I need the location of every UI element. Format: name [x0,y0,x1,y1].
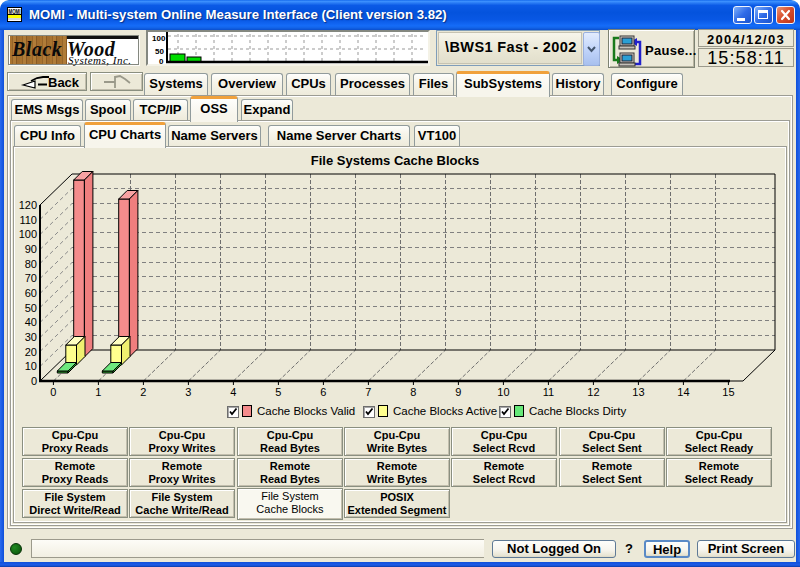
svg-text:100: 100 [152,34,166,43]
svg-text:50: 50 [25,302,37,314]
svg-text:10: 10 [25,360,37,372]
svg-text:8: 8 [410,386,416,398]
svg-text:2: 2 [140,386,146,398]
svg-text:0: 0 [50,386,56,398]
svg-text:0: 0 [159,57,164,66]
svg-text:4: 4 [230,386,236,398]
svg-text:1: 1 [95,386,101,398]
svg-text:3: 3 [185,386,191,398]
svg-text:6: 6 [320,386,326,398]
svg-text:14: 14 [677,386,689,398]
svg-text:60: 60 [25,287,37,299]
svg-text:30: 30 [25,331,37,343]
svg-text:40: 40 [25,316,37,328]
svg-text:10: 10 [497,386,509,398]
svg-text:80: 80 [25,258,37,270]
svg-text:5: 5 [275,386,281,398]
svg-text:15: 15 [722,386,734,398]
svg-text:File Systems Cache Blocks: File Systems Cache Blocks [311,153,479,168]
svg-text:7: 7 [365,386,371,398]
svg-text:120: 120 [19,199,37,211]
svg-text:0: 0 [31,375,37,387]
svg-text:11: 11 [543,386,554,398]
svg-text:100: 100 [19,228,37,240]
svg-text:13: 13 [632,386,644,398]
svg-text:110: 110 [19,214,37,226]
svg-text:50: 50 [155,47,164,56]
svg-text:MOMI: MOMI [9,8,21,14]
svg-text:70: 70 [25,272,37,284]
svg-text:9: 9 [455,386,461,398]
svg-text:90: 90 [25,243,37,255]
svg-text:12: 12 [587,386,599,398]
svg-text:20: 20 [25,346,37,358]
